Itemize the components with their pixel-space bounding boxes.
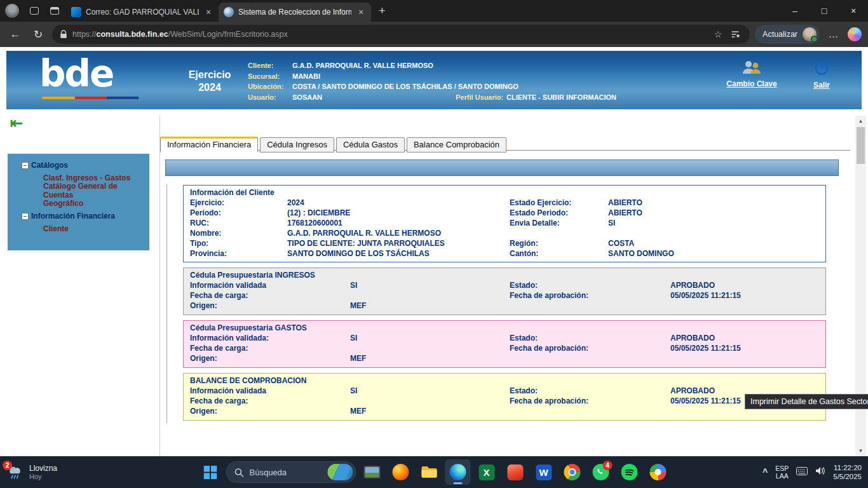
start-button[interactable] (198, 459, 223, 485)
field-value: MANABI (292, 71, 320, 82)
tray-time: 11:22:20 (833, 463, 862, 472)
field-label: Usuario: (248, 92, 292, 103)
field-value: 2024 (287, 198, 510, 208)
field-value (350, 290, 510, 301)
touch-keyboard-icon[interactable] (796, 466, 808, 478)
content-header-bar (165, 159, 839, 176)
field-value: SI (350, 280, 510, 290)
field-label (510, 406, 670, 416)
weather-widget[interactable]: 2 Llovizna Hoy (6, 456, 57, 488)
tree-item-cliente[interactable]: Cliente (10, 222, 147, 235)
field-value: COSTA / SANTO DOMINGO DE LOS TSÁCHILAS /… (292, 81, 519, 92)
ejercicio-year: 2024 (177, 81, 243, 94)
field-value: 05/05/2025 11:21:15 (670, 290, 819, 301)
lock-icon (60, 30, 67, 39)
ejercicio-block: Ejercicio 2024 (177, 69, 243, 94)
bde-logo[interactable]: bde (39, 52, 113, 95)
collapse-node-icon[interactable]: − (22, 162, 29, 169)
hidden-icons-chevron[interactable]: ^ (763, 467, 768, 477)
windows-taskbar: 2 Llovizna Hoy Búsqueda X W 4 (0, 456, 868, 488)
field-value: SANTO DOMINGO DE LOS TSÁCHILAS (287, 248, 510, 259)
clock[interactable]: 11:22:20 5/5/2025 (833, 463, 862, 481)
new-tab-button[interactable]: + (379, 4, 386, 18)
window-maximize-button[interactable]: □ (810, 0, 839, 22)
whatsapp-icon[interactable]: 4 (588, 459, 614, 485)
search-highlight-image[interactable] (328, 464, 353, 480)
field-value: APROBADO (670, 280, 819, 290)
section-title: Cédula Presupuestaria GASTOS (190, 323, 819, 333)
chrome-icon[interactable] (560, 459, 585, 485)
window-close-button[interactable]: × (839, 0, 868, 22)
field-label: Sucursal: (248, 71, 292, 82)
word-icon[interactable]: W (531, 459, 557, 485)
tab-informacion-financiera[interactable]: Información Financiera (160, 137, 258, 152)
field-value: SI (350, 333, 510, 343)
salir-link[interactable]: Salir (804, 60, 839, 90)
field-label: Información validada (190, 386, 350, 396)
collapse-menu-icon[interactable]: ⇤ (10, 116, 23, 131)
sync-avatar (803, 27, 817, 41)
field-label: Envia Detalle: (510, 218, 608, 228)
workspaces-icon[interactable] (25, 3, 43, 19)
browser-tab-mail[interactable]: Correo: GAD PARROQUIAL VALLE × (66, 3, 219, 22)
sync-profile-button[interactable]: Actualizar (755, 25, 820, 44)
tree-item-catalogos[interactable]: − Catálogos (10, 159, 147, 172)
scroll-up-icon[interactable]: ▲ (855, 116, 866, 126)
language-indicator[interactable]: ESP LAA (775, 464, 789, 480)
scrollbar-thumb[interactable] (857, 127, 865, 164)
field-label: Fecha de aprobación: (510, 290, 670, 301)
browser-tab-sistema[interactable]: Sistema de Recoleccion de Inform × (219, 3, 371, 22)
refresh-button[interactable]: ↻ (29, 28, 47, 41)
taskbar-search[interactable]: Búsqueda (226, 461, 356, 483)
navigation-tree: − Catálogos Clasf. Ingresos - Gastos Cat… (8, 154, 149, 250)
firefox-icon[interactable] (388, 459, 414, 485)
field-label: Tipo: (190, 238, 287, 248)
site-favicon (224, 7, 234, 17)
tab-cedula-gastos[interactable]: Cédula Gastos (336, 137, 405, 152)
google-app-icon[interactable] (646, 459, 671, 485)
tab-balance-comprobacion[interactable]: Balance Comprobación (407, 137, 506, 152)
cambio-clave-link[interactable]: Cambio Clave (723, 60, 780, 88)
office-icon[interactable] (503, 459, 528, 485)
field-label: Fecha de aprobación: (510, 396, 670, 406)
field-value (608, 228, 819, 238)
excel-icon[interactable]: X (474, 459, 499, 485)
field-value: G.A.D. PARROQUIAL R. VALLE HERMOSO (292, 60, 433, 71)
favorites-hub-icon[interactable] (729, 30, 742, 39)
search-placeholder: Búsqueda (250, 468, 322, 477)
address-bar[interactable]: https://consulta.bde.fin.ec/WebSim/Login… (52, 25, 750, 44)
field-value: MEF (350, 301, 510, 311)
field-value: ABIERTO (608, 208, 819, 218)
url-text: https://consulta.bde.fin.ec/WebSim/Login… (72, 30, 707, 39)
tab-actions-icon[interactable] (46, 3, 64, 19)
browser-toolbar: ← ↻ https://consulta.bde.fin.ec/WebSim/L… (0, 22, 868, 47)
volume-icon[interactable] (815, 466, 825, 478)
browser-profile-avatar[interactable] (5, 4, 19, 18)
snipping-tool-icon[interactable] (360, 459, 385, 485)
weather-alert-badge: 2 (3, 461, 12, 470)
whatsapp-badge: 4 (603, 461, 613, 470)
users-icon (741, 60, 763, 75)
salir-label: Salir (804, 81, 839, 90)
file-explorer-icon[interactable] (417, 459, 442, 485)
tree-item-informacion-financiera[interactable]: − Información Financiera (10, 210, 147, 222)
field-value (350, 343, 510, 353)
tab-close-icon[interactable]: × (203, 7, 214, 17)
collapse-node-icon[interactable]: − (22, 213, 29, 220)
copilot-icon[interactable] (848, 27, 862, 41)
sync-status-dot (811, 36, 818, 43)
edge-icon[interactable] (445, 459, 471, 485)
bookmark-star-icon[interactable]: ☆ (712, 29, 724, 39)
field-label: Cliente: (248, 60, 292, 71)
scroll-down-icon[interactable]: ▼ (855, 445, 866, 456)
sections-container: Información del Cliente Ejercicio:2024Es… (166, 184, 850, 423)
tree-item-catalogo-general-cuentas[interactable]: Catálogo General de Cuentas (10, 184, 147, 197)
field-value: (12) : DICIEMBRE (287, 208, 510, 218)
tab-cedula-ingresos[interactable]: Cédula Ingresos (260, 137, 334, 152)
tab-close-icon[interactable]: × (356, 7, 366, 17)
back-button[interactable]: ← (6, 28, 24, 41)
settings-menu-icon[interactable]: … (825, 29, 843, 40)
window-minimize-button[interactable]: – (780, 0, 810, 22)
spotify-icon[interactable] (617, 459, 642, 485)
session-info: Cliente:G.A.D. PARROQUIAL R. VALLE HERMO… (248, 60, 616, 102)
